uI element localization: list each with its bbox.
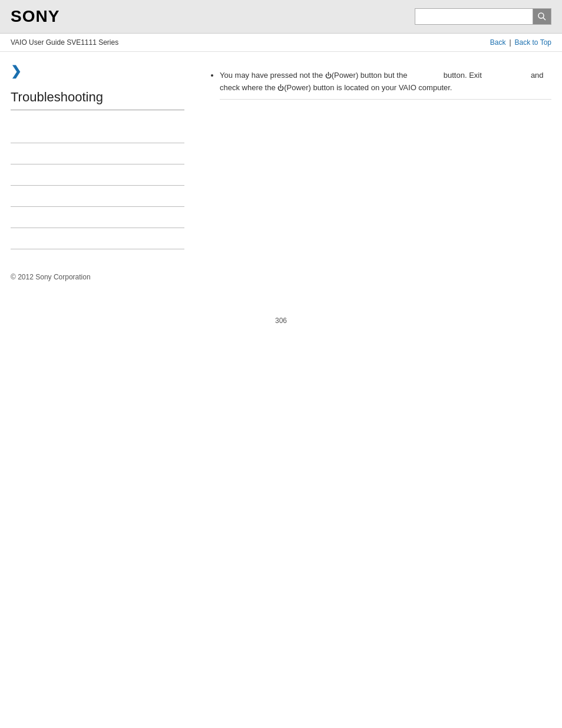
- svg-line-1: [543, 18, 546, 20]
- page-number: 306: [0, 317, 562, 337]
- toc-list: [11, 122, 184, 249]
- toc-link[interactable]: [11, 150, 12, 158]
- toc-item: [11, 207, 184, 228]
- sidebar: ❯ Troubleshooting: [11, 64, 196, 249]
- content-list: You may have pressed not the ⏻(Power) bu…: [208, 70, 551, 100]
- sony-logo: SONY: [11, 7, 59, 26]
- content-area: You may have pressed not the ⏻(Power) bu…: [196, 64, 551, 249]
- content-item: You may have pressed not the ⏻(Power) bu…: [220, 70, 551, 100]
- search-button[interactable]: [533, 8, 551, 25]
- toc-item: [11, 228, 184, 249]
- toc-link[interactable]: [11, 235, 12, 243]
- toc-link[interactable]: [11, 213, 12, 222]
- toc-item: [11, 122, 184, 143]
- nav-bar: VAIO User Guide SVE1111 Series Back | Ba…: [0, 34, 562, 52]
- search-icon: [537, 12, 547, 21]
- back-to-top-link[interactable]: Back to Top: [515, 38, 551, 47]
- toc-link[interactable]: [11, 192, 12, 200]
- toc-item: [11, 143, 184, 164]
- guide-title: VAIO User Guide SVE1111 Series: [11, 38, 118, 47]
- toc-item: [11, 164, 184, 186]
- chevron-icon: ❯: [11, 64, 184, 79]
- toc-link[interactable]: [11, 171, 12, 179]
- header: SONY: [0, 0, 562, 34]
- main-content: ❯ Troubleshooting: [0, 52, 562, 261]
- footer: © 2012 Sony Corporation: [0, 261, 562, 293]
- toc-link[interactable]: [11, 129, 12, 137]
- toc-item: [11, 186, 184, 207]
- nav-separator: |: [509, 38, 511, 47]
- nav-links: Back | Back to Top: [490, 38, 551, 47]
- search-container: [415, 8, 551, 25]
- svg-point-0: [538, 13, 544, 18]
- back-link[interactable]: Back: [490, 38, 506, 47]
- power-icon-2: ⏻: [277, 83, 284, 94]
- search-input[interactable]: [415, 8, 533, 25]
- copyright: © 2012 Sony Corporation: [11, 273, 91, 281]
- section-title: Troubleshooting: [11, 90, 184, 110]
- power-icon: ⏻: [325, 71, 332, 81]
- content-text: You may have pressed not the ⏻(Power) bu…: [220, 71, 544, 92]
